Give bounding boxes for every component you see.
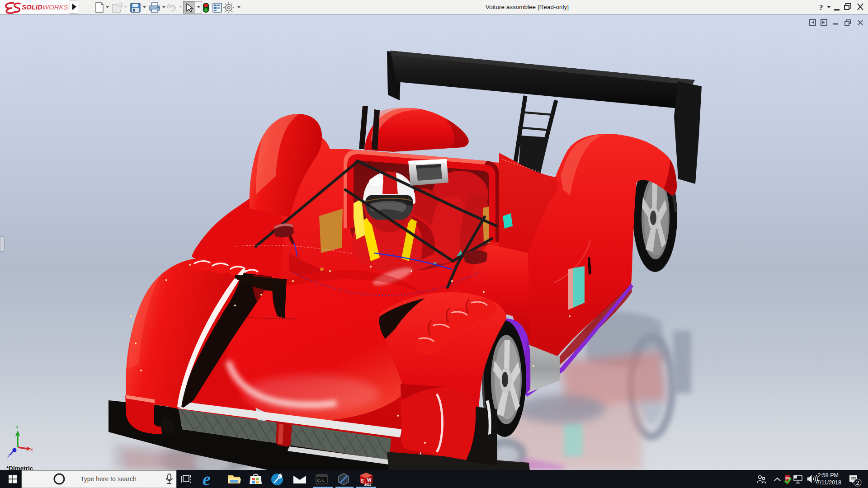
svg-text:2:58 PM: 2:58 PM xyxy=(817,472,839,479)
svg-text:2: 2 xyxy=(856,480,859,486)
svg-text:S: S xyxy=(361,479,364,483)
svg-text:Z: Z xyxy=(7,454,10,459)
svg-text:C:\_: C:\_ xyxy=(317,479,326,483)
svg-text:Voiture assomblee [Read-only]: Voiture assomblee [Read-only] xyxy=(486,4,569,10)
svg-text:?: ? xyxy=(819,3,823,12)
svg-text:Type here to search: Type here to search xyxy=(80,475,137,483)
svg-text:X: X xyxy=(30,447,33,452)
svg-text:e: e xyxy=(203,470,211,488)
svg-text:7/11/2018: 7/11/2018 xyxy=(816,479,841,486)
svg-text:Y: Y xyxy=(15,425,19,430)
svg-text:SOLIDWORKS: SOLIDWORKS xyxy=(22,3,68,11)
svg-text:W: W xyxy=(367,478,372,483)
svg-text:2017: 2017 xyxy=(364,483,372,486)
